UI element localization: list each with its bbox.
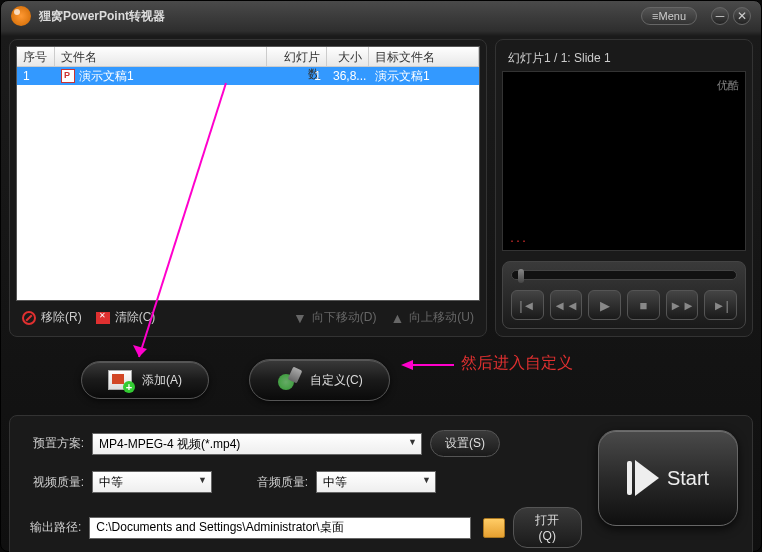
audio-quality-select[interactable]: 中等	[316, 471, 436, 493]
customize-button[interactable]: 自定义(C)	[249, 359, 390, 401]
preview-panel: 幻灯片1 / 1: Slide 1 优酷 ... |◄ ◄◄ ▶ ■ ►► ►|	[495, 39, 753, 337]
move-up-button[interactable]: ▲ 向上移动(U)	[390, 309, 474, 326]
col-slides[interactable]: 幻灯片数	[267, 47, 327, 66]
minimize-button[interactable]: ─	[711, 7, 729, 25]
titlebar: 狸窝PowerPoint转视器 ≡Menu ─ ✕	[1, 1, 761, 31]
col-size[interactable]: 大小	[327, 47, 369, 66]
preview-label: 幻灯片1 / 1: Slide 1	[502, 46, 746, 71]
menu-button[interactable]: ≡Menu	[641, 7, 697, 25]
app-title: 狸窝PowerPoint转视器	[39, 8, 641, 25]
remove-button[interactable]: 移除(R)	[22, 309, 82, 326]
customize-icon	[276, 368, 300, 392]
prev-button[interactable]: ◄◄	[550, 290, 583, 320]
cell-target: 演示文稿1	[369, 67, 479, 86]
clear-button[interactable]: 清除(C)	[96, 309, 156, 326]
list-toolbar: 移除(R) 清除(C) ▼ 向下移动(D) ▲ 向上移动(U)	[16, 301, 480, 330]
cell-size: 36,8...	[327, 68, 369, 84]
watermark: 优酷	[717, 78, 739, 93]
svg-marker-3	[401, 360, 413, 370]
preset-select[interactable]: MP4-MPEG-4 视频(*.mp4)	[92, 433, 422, 455]
open-button[interactable]: 打开(Q)	[513, 507, 582, 548]
play-button[interactable]: ▶	[588, 290, 621, 320]
table-row[interactable]: 1 演示文稿1 1 36,8... 演示文稿1	[17, 67, 479, 85]
start-button[interactable]: Start	[598, 430, 738, 526]
preview-viewport: 优酷 ...	[502, 71, 746, 251]
cell-index: 1	[17, 68, 55, 84]
delete-icon	[22, 311, 36, 325]
cell-filename: 演示文稿1	[55, 67, 267, 86]
output-panel: 预置方案: MP4-MPEG-4 视频(*.mp4) 设置(S) 视频质量: 中…	[9, 415, 753, 552]
arrow-down-icon: ▼	[293, 310, 307, 326]
annotation-arrow-2	[399, 355, 459, 375]
player-controls: |◄ ◄◄ ▶ ■ ►► ►|	[502, 261, 746, 329]
add-button[interactable]: 添加(A)	[81, 361, 209, 399]
arrow-up-icon: ▲	[390, 310, 404, 326]
settings-button[interactable]: 设置(S)	[430, 430, 500, 457]
next-button[interactable]: ►►	[666, 290, 699, 320]
col-filename[interactable]: 文件名	[55, 47, 267, 66]
col-index[interactable]: 序号	[17, 47, 55, 66]
output-path-label: 输出路径:	[24, 519, 81, 536]
clear-icon	[96, 312, 110, 324]
file-table[interactable]: 序号 文件名 幻灯片数 大小 目标文件名 1 演示文稿1 1 36,8... 演…	[16, 46, 480, 301]
seek-bar[interactable]	[511, 270, 737, 280]
audio-quality-label: 音频质量:	[248, 474, 308, 491]
ppt-icon	[61, 69, 75, 83]
col-target[interactable]: 目标文件名	[369, 47, 479, 66]
output-path-input[interactable]	[89, 517, 471, 539]
close-button[interactable]: ✕	[733, 7, 751, 25]
add-file-icon	[108, 370, 132, 390]
svg-marker-1	[133, 345, 147, 357]
preview-text: ...	[509, 233, 527, 244]
file-list-panel: 序号 文件名 幻灯片数 大小 目标文件名 1 演示文稿1 1 36,8... 演…	[9, 39, 487, 337]
annotation-text: 然后进入自定义	[461, 353, 573, 374]
action-row: 添加(A) 自定义(C) 然后进入自定义	[1, 345, 761, 415]
cell-slides: 1	[267, 68, 327, 84]
play-icon	[627, 460, 659, 496]
preset-label: 预置方案:	[24, 435, 84, 452]
video-quality-select[interactable]: 中等	[92, 471, 212, 493]
video-quality-label: 视频质量:	[24, 474, 84, 491]
first-button[interactable]: |◄	[511, 290, 544, 320]
app-icon	[11, 6, 31, 26]
move-down-button[interactable]: ▼ 向下移动(D)	[293, 309, 377, 326]
browse-folder-button[interactable]	[483, 518, 504, 538]
stop-button[interactable]: ■	[627, 290, 660, 320]
last-button[interactable]: ►|	[704, 290, 737, 320]
